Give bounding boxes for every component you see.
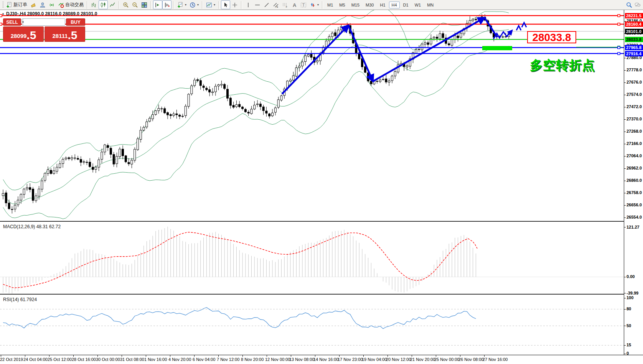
search-icon[interactable] — [626, 2, 632, 8]
toolbar: 新订单 自动交易 ▾ ▾ — [0, 0, 643, 10]
price-marker-28101.0: 28101.0 — [625, 29, 643, 34]
axis-tick-mark — [624, 82, 626, 83]
price-tick-label: 27778.0 — [627, 68, 642, 72]
templates-button[interactable]: ▾ — [204, 0, 217, 9]
time-axis[interactable]: 22 Oct 201924 Oct 04:0025 Oct 12:0028 Oc… — [0, 355, 643, 364]
zoom-in-button[interactable] — [121, 0, 130, 9]
cursor-button[interactable] — [221, 0, 230, 9]
time-tick-label: 30 Oct 00:00 — [96, 357, 120, 362]
time-tick-mark — [460, 355, 460, 357]
buy-button[interactable]: BUY — [66, 18, 85, 26]
price-alert-label[interactable]: 28033.8 — [527, 31, 576, 43]
megaphone-button[interactable] — [29, 0, 38, 9]
auto-scroll-button[interactable] — [153, 0, 162, 9]
axis-tick-mark — [624, 298, 626, 298]
time-tick-mark — [170, 355, 170, 357]
time-tick-mark — [363, 355, 364, 357]
price-tick-label: 15 — [627, 343, 631, 347]
bar-chart-button[interactable] — [89, 0, 99, 9]
trendline-button[interactable] — [262, 0, 271, 9]
chat-icon[interactable] — [635, 2, 641, 8]
price-tick-label: 27574.0 — [627, 92, 642, 97]
timeframe-d1[interactable]: D1 — [401, 2, 411, 8]
time-tick-mark — [436, 355, 436, 357]
new-order-button[interactable]: 新订单 — [5, 0, 29, 9]
period-button[interactable]: ▾ — [188, 0, 200, 9]
auto-trading-button[interactable]: 自动交易 — [56, 0, 85, 9]
signal-button[interactable] — [47, 0, 56, 9]
profile-button[interactable] — [38, 0, 47, 9]
signal-icon — [49, 2, 55, 8]
chart-shift-button[interactable] — [162, 0, 171, 9]
toolbar-separator — [218, 1, 219, 9]
time-tick-mark — [218, 355, 219, 357]
line-chart-button[interactable] — [108, 0, 117, 9]
timeframe-m15[interactable]: M15 — [349, 2, 362, 8]
price-tick-label: 27676.0 — [627, 80, 642, 84]
zoom-out-button[interactable] — [130, 0, 140, 9]
time-tick-label: 7 Nov 12:00 — [217, 357, 239, 362]
toolbar-separator — [241, 1, 242, 9]
pane-divider[interactable] — [0, 294, 643, 295]
vertical-line-button[interactable] — [244, 0, 253, 9]
auto-scroll-icon — [155, 2, 161, 8]
tile-windows-button[interactable] — [140, 0, 149, 9]
price-axis[interactable]: 28186.028084.027982.027880.027778.027676… — [624, 10, 643, 355]
time-tick-label: 13 Nov 08:00 — [289, 357, 314, 362]
buy-price-frac: .5 — [68, 30, 77, 41]
time-tick-mark — [97, 355, 98, 357]
text-button[interactable]: A — [290, 0, 299, 9]
buy-price-int: 28111 — [52, 31, 68, 41]
sell-price-box[interactable]: 28099.5 — [3, 26, 44, 42]
time-tick-label: 8 Nov 20:00 — [241, 357, 264, 362]
price-tick-label: 100 — [627, 295, 633, 300]
time-tick-label: 27 Nov 16:00 — [483, 357, 508, 362]
timeframe-h4[interactable]: H4 — [389, 2, 400, 8]
axis-tick-mark — [624, 144, 626, 144]
add-indicator-button[interactable]: ▾ — [176, 0, 188, 9]
price-marker-28033.8: 28033.8 — [625, 37, 643, 42]
time-tick-label: 20 Nov 12:00 — [386, 357, 411, 362]
volume-input[interactable] — [24, 19, 65, 25]
toolbar-grip — [2, 2, 4, 8]
timeframe-mn[interactable]: MN — [424, 2, 436, 8]
horizontal-line-button[interactable] — [253, 0, 262, 9]
buy-price-box[interactable]: 28111.5 — [45, 26, 85, 42]
equidistant-channel-icon: E — [273, 2, 279, 8]
crosshair-button[interactable] — [230, 0, 239, 9]
chart-window: ▲ DJ30-,H4 28090.0 28116.0 28089.0 28101… — [0, 10, 643, 364]
price-tick-label: 27370.0 — [627, 117, 642, 121]
timeframe-m1[interactable]: M1 — [325, 2, 336, 8]
axis-tick-mark — [624, 119, 626, 120]
collapse-panel-icon[interactable]: ▲ — [2, 12, 5, 15]
new-order-label: 新订单 — [13, 2, 27, 8]
crosshair-icon — [232, 2, 238, 8]
price-tick-label: 27268.0 — [627, 129, 642, 133]
channel-button[interactable]: E — [271, 0, 280, 9]
timeframe-m5[interactable]: M5 — [336, 2, 348, 8]
svg-text:E: E — [277, 6, 278, 8]
fibonacci-button[interactable]: F — [280, 0, 290, 9]
axis-tick-mark — [624, 277, 626, 277]
template-icon — [206, 2, 212, 8]
rsi-pane[interactable] — [0, 295, 624, 354]
time-tick-label: 4 Nov 20:00 — [168, 357, 191, 362]
macd-label: MACD(12,26,9) 48.31 62.72 — [3, 224, 61, 229]
toolbar-separator — [150, 1, 152, 9]
timeframe-m30[interactable]: M30 — [363, 2, 376, 8]
macd-pane[interactable] — [0, 222, 624, 294]
shapes-button[interactable]: ▾ — [308, 0, 320, 9]
axis-tick-mark — [624, 70, 626, 71]
horizontal-line-icon — [254, 2, 260, 8]
text-label-button[interactable]: T — [299, 0, 308, 9]
sell-button[interactable]: SELL — [3, 18, 21, 26]
time-tick-mark — [339, 355, 340, 357]
axis-tick-mark — [624, 95, 626, 95]
pane-divider[interactable] — [0, 221, 643, 222]
candlestick-chart-button[interactable] — [99, 0, 108, 9]
axis-tick-mark — [624, 227, 626, 227]
timeframe-h1[interactable]: H1 — [377, 2, 388, 8]
volume-stepper: ▾ ▴ — [22, 18, 65, 26]
svg-text:A: A — [293, 2, 297, 8]
timeframe-w1[interactable]: W1 — [412, 2, 424, 8]
